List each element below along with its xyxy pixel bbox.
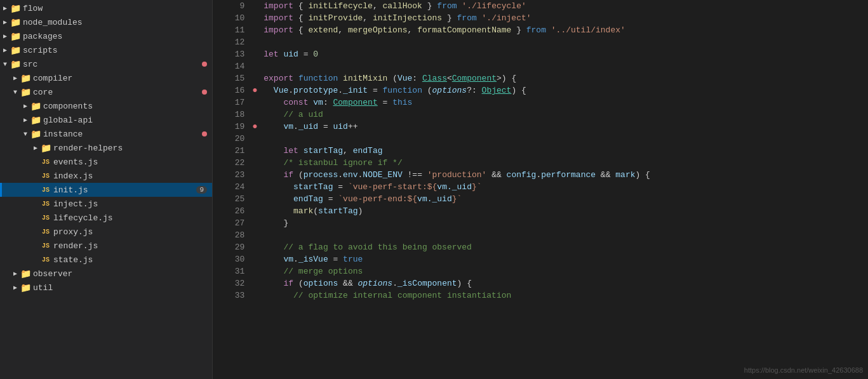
sidebar-item-instance[interactable]: ▼📁instance <box>0 127 212 141</box>
sidebar-item-render.js[interactable]: JSrender.js <box>0 239 212 253</box>
sidebar-item-flow[interactable]: ▶📁flow <box>0 1 212 15</box>
code-line: 25 endTag = `vue-perf-end:${vm._uid}` <box>213 193 868 205</box>
code-line: 14 <box>213 60 868 72</box>
sidebar-item-inject.js[interactable]: JSinject.js <box>0 197 212 211</box>
code-line: 16● Vue.prototype._init = function (opti… <box>213 84 868 96</box>
line-indicator: ● <box>252 84 258 96</box>
sidebar-item-state.js[interactable]: JSstate.js <box>0 253 212 267</box>
sidebar-item-init.js[interactable]: JSinit.js9 <box>0 183 212 197</box>
line-indicator <box>252 72 258 84</box>
item-label: core <box>33 88 199 97</box>
line-code: const vm: Component = this <box>258 96 868 109</box>
line-number: 18 <box>213 109 252 121</box>
line-indicator <box>252 60 258 72</box>
tree-arrow: ▼ <box>20 131 30 138</box>
line-code: // a flag to avoid this being observed <box>258 241 868 253</box>
line-code: import { initProvide, initInjections } f… <box>258 12 868 24</box>
sidebar-item-scripts[interactable]: ▶📁scripts <box>0 43 212 57</box>
line-number: 13 <box>213 48 252 60</box>
sidebar-item-lifecycle.js[interactable]: JSlifecycle.js <box>0 211 212 225</box>
item-label: compiler <box>33 74 207 83</box>
sidebar-item-global-api[interactable]: ▶📁global-api <box>0 113 212 127</box>
tree-arrow: ▶ <box>10 284 20 291</box>
item-label: init.js <box>53 185 196 195</box>
code-line: 12 <box>213 36 868 48</box>
line-code <box>258 133 868 145</box>
line-code: Vue.prototype._init = function (options?… <box>258 84 868 96</box>
line-indicator <box>252 96 258 109</box>
folder-icon: 📁 <box>20 87 30 97</box>
line-number: 10 <box>213 12 252 24</box>
line-number: 19 <box>213 121 252 133</box>
item-label: render.js <box>53 241 207 251</box>
line-number: 30 <box>213 253 252 265</box>
folder-special-icon: 📁 <box>20 283 30 293</box>
line-indicator <box>252 12 258 24</box>
tree-arrow: ▶ <box>10 74 20 82</box>
code-line: 29 // a flag to avoid this being observe… <box>213 241 868 253</box>
sidebar-item-node_modules[interactable]: ▶📁node_modules <box>0 15 212 29</box>
line-indicator <box>252 193 258 205</box>
line-number: 22 <box>213 157 252 169</box>
line-number: 9 <box>213 0 252 12</box>
js-icon: JS <box>41 255 51 265</box>
sidebar-item-observer[interactable]: ▶📁observer <box>0 267 212 281</box>
line-code: let uid = 0 <box>258 48 868 60</box>
code-line: 13let uid = 0 <box>213 48 868 60</box>
folder-icon: 📁 <box>10 31 20 41</box>
sidebar-item-index.js[interactable]: JSindex.js <box>0 169 212 183</box>
item-label: observer <box>33 269 207 279</box>
error-badge <box>202 90 207 95</box>
line-code <box>258 229 868 241</box>
item-label: packages <box>23 32 207 41</box>
line-indicator <box>252 24 258 36</box>
sidebar-item-events.js[interactable]: JSevents.js <box>0 155 212 169</box>
line-number: 25 <box>213 193 252 205</box>
line-code: /* istanbul ignore if */ <box>258 157 868 169</box>
line-number: 16 <box>213 84 252 96</box>
sidebar-item-core[interactable]: ▼📁core <box>0 85 212 99</box>
sidebar-item-src[interactable]: ▼📁src <box>0 57 212 71</box>
error-badge <box>202 131 207 136</box>
line-code: // a uid <box>258 109 868 121</box>
folder-icon: 📁 <box>10 45 20 55</box>
code-line: 15export function initMixin (Vue: Class<… <box>213 72 868 84</box>
line-number: 27 <box>213 217 252 229</box>
code-line: 17 const vm: Component = this <box>213 96 868 109</box>
item-label: proxy.js <box>53 227 207 237</box>
line-number: 28 <box>213 229 252 241</box>
line-number: 33 <box>213 289 252 302</box>
code-line: 21 let startTag, endTag <box>213 145 868 157</box>
sidebar-item-util[interactable]: ▶📁util <box>0 281 212 295</box>
line-number: 15 <box>213 72 252 84</box>
sidebar-item-components[interactable]: ▶📁components <box>0 99 212 113</box>
sidebar-item-packages[interactable]: ▶📁packages <box>0 29 212 43</box>
line-code <box>258 36 868 48</box>
line-indicator <box>252 0 258 12</box>
line-code: } <box>258 217 868 229</box>
line-code: import { extend, mergeOptions, formatCom… <box>258 24 868 36</box>
line-indicator <box>252 217 258 229</box>
item-label: flow <box>23 4 207 13</box>
code-line: 31 // merge options <box>213 265 868 277</box>
line-number: 20 <box>213 133 252 145</box>
line-indicator <box>252 241 258 253</box>
change-count: 9 <box>196 186 207 194</box>
folder-icon: 📁 <box>30 129 41 139</box>
tree-arrow: ▶ <box>20 102 30 110</box>
line-code: startTag = `vue-perf-start:${vm._uid}` <box>258 181 868 193</box>
line-indicator <box>252 253 258 265</box>
tree-arrow: ▶ <box>30 144 41 152</box>
item-label: inject.js <box>53 199 207 209</box>
line-indicator: ● <box>252 121 258 133</box>
sidebar-item-proxy.js[interactable]: JSproxy.js <box>0 225 212 239</box>
watermark: https://blog.csdn.net/weixin_42630688 <box>744 366 863 374</box>
folder-icon: 📁 <box>30 115 41 125</box>
sidebar-item-render-helpers[interactable]: ▶📁render-helpers <box>0 141 212 155</box>
sidebar-item-compiler[interactable]: ▶📁compiler <box>0 71 212 85</box>
line-code: if (options && options._isComponent) { <box>258 277 868 289</box>
file-tree[interactable]: ▶📁flow▶📁node_modules▶📁packages▶📁scripts▼… <box>0 0 213 379</box>
line-indicator <box>252 169 258 181</box>
code-line: 18 // a uid <box>213 109 868 121</box>
line-indicator <box>252 289 258 302</box>
